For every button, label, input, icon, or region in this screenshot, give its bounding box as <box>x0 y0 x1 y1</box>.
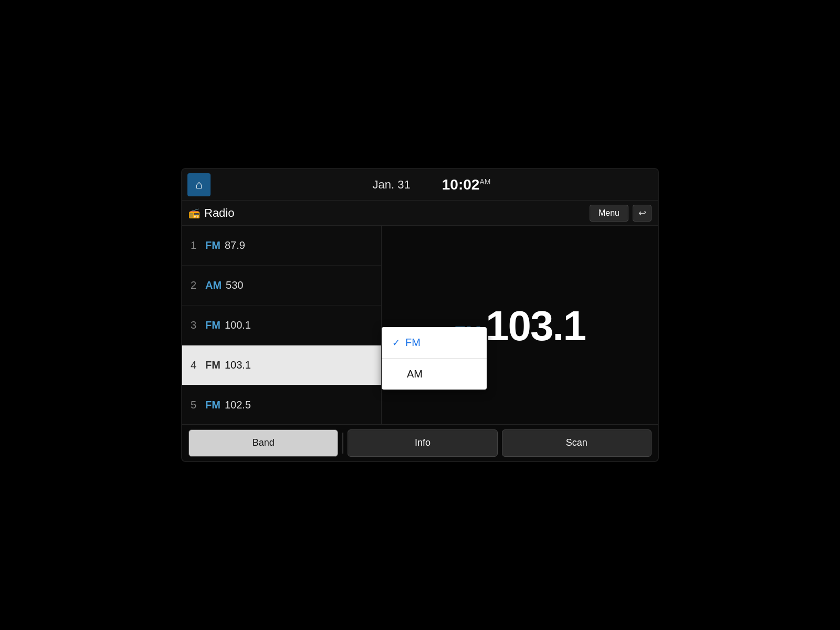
toolbar-divider <box>342 433 343 454</box>
station-frequency: 103.1 <box>225 359 251 371</box>
now-playing-area: FM 103.1 <box>382 226 658 426</box>
sub-header-bar: 📻 Radio Menu ↩ <box>182 201 658 226</box>
dropdown-am-label: AM <box>407 368 423 380</box>
station-item-1[interactable]: 1 FM 87.9 <box>182 226 381 266</box>
station-number: 4 <box>191 359 205 371</box>
station-number: 5 <box>191 399 205 411</box>
time-display: 10:02AM <box>442 176 491 193</box>
scan-button[interactable]: Scan <box>502 429 652 457</box>
dropdown-item-am[interactable]: AM <box>382 359 487 390</box>
band-button[interactable]: Band <box>188 429 338 457</box>
current-frequency: 103.1 <box>486 302 585 350</box>
station-band: FM <box>205 359 220 371</box>
car-infotainment-screen: ⌂ Jan. 31 10:02AM 📻 Radio Menu ↩ 1 FM 87… <box>181 168 659 462</box>
dropdown-item-fm[interactable]: ✓ FM <box>382 327 487 359</box>
bottom-toolbar: Band Info Scan <box>182 424 658 461</box>
station-frequency: 87.9 <box>225 239 245 251</box>
station-band: AM <box>205 279 222 291</box>
station-item-3[interactable]: 3 FM 100.1 <box>182 306 381 345</box>
check-icon: ✓ <box>392 337 400 349</box>
date-display: Jan. 31 <box>373 178 411 192</box>
home-icon: ⌂ <box>195 179 202 191</box>
station-frequency: 100.1 <box>225 319 251 331</box>
back-button[interactable]: ↩ <box>633 205 652 222</box>
main-content: 1 FM 87.9 2 AM 530 3 FM 100.1 4 FM 103.1… <box>182 226 658 426</box>
station-frequency: 102.5 <box>225 399 251 411</box>
info-button[interactable]: Info <box>348 429 497 457</box>
band-dropdown: ✓ FM AM <box>382 327 487 390</box>
station-number: 1 <box>191 239 205 251</box>
station-item-4[interactable]: 4 FM 103.1 <box>182 345 381 385</box>
header-bar: ⌂ Jan. 31 10:02AM <box>182 169 658 201</box>
dropdown-fm-label: FM <box>405 337 421 349</box>
station-item-5[interactable]: 5 FM 102.5 <box>182 385 381 425</box>
station-band: FM <box>205 319 220 331</box>
menu-button[interactable]: Menu <box>590 205 628 222</box>
date-time-area: Jan. 31 10:02AM <box>211 176 653 193</box>
home-button[interactable]: ⌂ <box>187 173 211 196</box>
station-item-2[interactable]: 2 AM 530 <box>182 266 381 306</box>
station-number: 2 <box>191 279 205 291</box>
station-band: FM <box>205 399 220 411</box>
station-frequency: 530 <box>226 279 243 291</box>
station-list: 1 FM 87.9 2 AM 530 3 FM 100.1 4 FM 103.1… <box>182 226 382 426</box>
back-icon: ↩ <box>638 207 646 219</box>
station-number: 3 <box>191 319 205 331</box>
radio-icon: 📻 <box>188 207 200 219</box>
section-title: Radio <box>204 206 590 220</box>
station-band: FM <box>205 239 220 251</box>
